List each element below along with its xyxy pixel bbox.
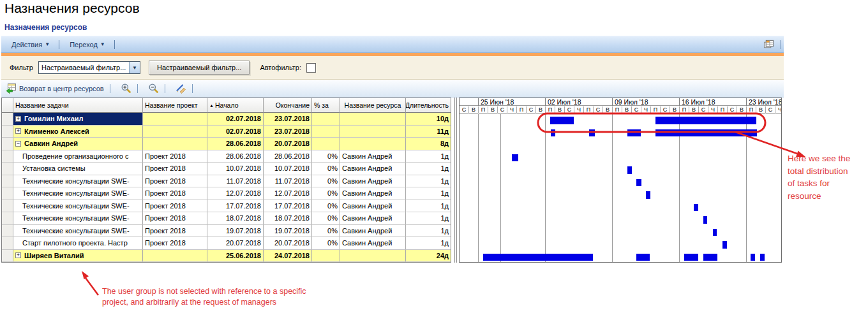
- cell-project: Проект 2018: [143, 237, 207, 250]
- cell-duration: 1д: [406, 225, 451, 238]
- gantt-bar[interactable]: [751, 254, 756, 261]
- go-to-task-icon[interactable]: [176, 83, 186, 94]
- column-header-project[interactable]: Название проект: [143, 98, 207, 113]
- expand-icon[interactable]: +: [15, 116, 21, 122]
- menu-item-переход[interactable]: Переход▼: [70, 41, 105, 48]
- gantt-day-cell: П: [612, 106, 622, 113]
- gantt-day-cell: С: [765, 106, 775, 113]
- gantt-bar[interactable]: [551, 129, 555, 137]
- gantt-bar[interactable]: [722, 241, 728, 249]
- table-row[interactable]: +Ширяев Виталий25.06.201824.07.201824д: [2, 250, 451, 263]
- gantt-day-cell: С: [727, 106, 737, 113]
- column-header-rowhdr[interactable]: [2, 98, 13, 113]
- gantt-day-cell: П: [516, 106, 526, 113]
- menu-item-действия[interactable]: Действия▼: [11, 41, 50, 48]
- gantt-bar[interactable]: [636, 254, 650, 261]
- gantt-current-date-line: [500, 114, 501, 262]
- back-to-resource-center-label[interactable]: Возврат в центр ресурсов: [19, 85, 104, 92]
- chevron-down-icon: ▼: [45, 41, 50, 47]
- cell-project: Проект 2018: [143, 175, 207, 188]
- gantt-day-cell: В: [756, 106, 765, 113]
- table-row[interactable]: Старт пилотного проекта. НастрПроект 201…: [2, 237, 451, 250]
- cell-pct: 0%: [312, 175, 340, 188]
- column-header-resource[interactable]: Название ресурса: [340, 98, 406, 113]
- chevron-down-icon: ▼: [100, 41, 105, 47]
- gantt-day-cell: П: [650, 106, 660, 113]
- cell-resource: Савкин Андрей: [340, 150, 406, 163]
- cell-rowhdr: [2, 212, 13, 225]
- gantt-bar[interactable]: [550, 117, 574, 124]
- gantt-week-gridline: [478, 114, 479, 262]
- splitter[interactable]: [454, 98, 455, 263]
- column-header-start[interactable]: ▲Начало: [207, 98, 264, 113]
- column-header-task[interactable]: Название задачи: [13, 98, 143, 113]
- table-row[interactable]: +Гомилин Михаил02.07.201823.07.201810д: [2, 113, 451, 126]
- gantt-day-cell: Ч: [641, 106, 650, 113]
- view-grid-icon[interactable]: [763, 39, 774, 50]
- table-row[interactable]: Проведение организационного сПроект 2018…: [2, 150, 451, 163]
- filter-dropdown[interactable]: Настраиваемый фильтр... ▼: [38, 61, 140, 74]
- zoom-in-icon[interactable]: [121, 83, 131, 94]
- gantt-bar[interactable]: [646, 191, 650, 199]
- gantt-bar[interactable]: [694, 204, 699, 212]
- cell-resource: [340, 113, 406, 126]
- autofilter-checkbox[interactable]: [306, 63, 316, 73]
- cell-resource: Савкин Андрей: [340, 212, 406, 225]
- gantt-bar[interactable]: [760, 254, 765, 261]
- cell-start: 02.07.2018: [207, 113, 264, 126]
- cell-start: 20.07.2018: [207, 237, 264, 250]
- gantt-bar[interactable]: [627, 166, 632, 174]
- gantt-bar[interactable]: [589, 129, 595, 137]
- cell-rowhdr: [2, 150, 13, 163]
- table-row[interactable]: Технические консультации SWE-Проект 2018…: [2, 212, 451, 225]
- cell-pct: 0%: [312, 163, 340, 175]
- gantt-day-header: СВПВСЧПСВПВСЧПСВПВСЧПСВПВСЧПСВПВСЧ: [460, 106, 781, 113]
- cell-start: 10.07.2018: [207, 163, 264, 175]
- resource-center-icon[interactable]: [6, 83, 17, 94]
- collapse-icon[interactable]: −: [15, 141, 21, 147]
- cell-pct: 0%: [312, 200, 340, 213]
- breadcrumb-link[interactable]: Назначения ресурсов: [4, 23, 87, 32]
- gantt-bar[interactable]: [713, 229, 717, 236]
- chevron-down-icon[interactable]: ▼: [129, 62, 140, 73]
- gantt-day-cell: С: [564, 106, 574, 113]
- zoom-out-icon[interactable]: [148, 83, 159, 94]
- task-table: Название задачиНазвание проект▲НачалоОко…: [1, 98, 451, 263]
- expand-icon[interactable]: +: [15, 252, 21, 258]
- gantt-bar[interactable]: [655, 117, 756, 124]
- column-header-finish[interactable]: Окончание: [264, 98, 312, 113]
- cell-rowhdr: [2, 225, 13, 238]
- gantt-day-cell: Ч: [574, 106, 583, 113]
- gantt-bar[interactable]: [512, 154, 518, 162]
- cell-task: +Клименко Алексей: [13, 126, 143, 138]
- custom-filter-button[interactable]: Настраиваемый фильтр...: [149, 61, 250, 75]
- column-header-pct[interactable]: % за: [312, 98, 340, 113]
- gantt-bar[interactable]: [627, 129, 641, 137]
- table-row[interactable]: Технические консультации SWE-Проект 2018…: [2, 175, 451, 188]
- gantt-day-cell: С: [526, 106, 535, 113]
- gantt-bar[interactable]: [636, 179, 641, 187]
- table-row[interactable]: Технические консультации SWE-Проект 2018…: [2, 200, 451, 213]
- table-row[interactable]: Технические консультации SWE-Проект 2018…: [2, 187, 451, 200]
- cell-finish: 11.07.2018: [264, 175, 312, 188]
- cell-duration: 1д: [406, 200, 451, 213]
- gantt-day-cell: С: [698, 106, 708, 113]
- table-row[interactable]: Технические консультации SWE-Проект 2018…: [2, 225, 451, 238]
- cell-task: −Савкин Андрей: [13, 138, 143, 150]
- cell-finish: 20.07.2018: [264, 237, 312, 250]
- gantt-bar[interactable]: [703, 216, 708, 224]
- table-row[interactable]: +Клименко Алексей02.07.201823.07.201811д: [2, 126, 451, 138]
- gantt-bar[interactable]: [655, 129, 756, 137]
- gantt-bar[interactable]: [684, 254, 698, 261]
- column-header-duration[interactable]: Длительность: [406, 98, 451, 113]
- gantt-day-cell: В: [689, 106, 698, 113]
- table-row[interactable]: −Савкин Андрей28.06.201820.07.20188д: [2, 138, 451, 150]
- gantt-bar[interactable]: [483, 254, 594, 261]
- cell-task: Технические консультации SWE-: [13, 175, 143, 188]
- table-row[interactable]: Установка системыПроект 201810.07.201810…: [2, 163, 451, 175]
- expand-icon[interactable]: +: [15, 128, 21, 134]
- gantt-bar[interactable]: [703, 254, 717, 261]
- cell-start: 19.07.2018: [207, 225, 264, 238]
- cell-rowhdr: [2, 138, 13, 150]
- cell-task: Технические консультации SWE-: [13, 187, 143, 200]
